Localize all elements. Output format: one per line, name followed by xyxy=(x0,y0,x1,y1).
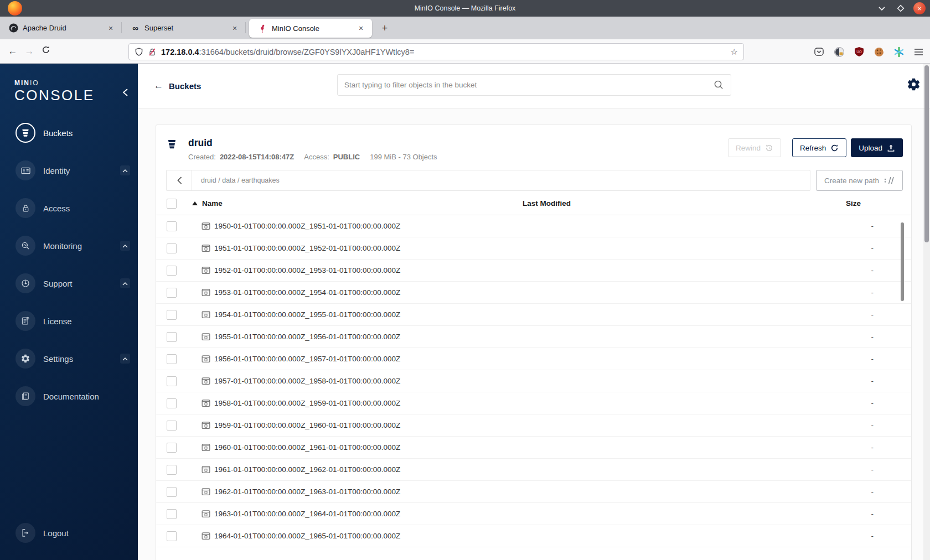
path-back-button[interactable] xyxy=(167,170,192,190)
sidebar-collapse-icon[interactable] xyxy=(122,88,129,97)
insecure-lock-icon[interactable] xyxy=(148,48,157,56)
column-size[interactable]: Size xyxy=(846,199,911,208)
object-name-cell[interactable]: 1950-01-01T00:00:00.000Z_1951-01-01T00:0… xyxy=(187,222,523,230)
row-checkbox[interactable] xyxy=(167,332,177,342)
object-name-cell[interactable]: 1955-01-01T00:00:00.000Z_1956-01-01T00:0… xyxy=(187,333,523,341)
row-checkbox[interactable] xyxy=(167,243,177,253)
upload-button[interactable]: Upload xyxy=(851,138,903,157)
object-name-cell[interactable]: 1962-01-01T00:00:00.000Z_1963-01-01T00:0… xyxy=(187,488,523,496)
chevron-up-icon[interactable] xyxy=(120,354,130,364)
row-checkbox[interactable] xyxy=(167,465,177,475)
forward-nav-icon[interactable]: → xyxy=(21,46,38,57)
reload-icon[interactable] xyxy=(38,45,54,57)
sidebar-item-support[interactable]: Support xyxy=(0,266,138,301)
pocket-icon[interactable] xyxy=(813,46,825,58)
table-row[interactable]: 1962-01-01T00:00:00.000Z_1963-01-01T00:0… xyxy=(156,481,911,503)
row-checkbox[interactable] xyxy=(167,509,177,519)
row-checkbox[interactable] xyxy=(167,310,177,320)
row-checkbox[interactable] xyxy=(167,266,177,276)
back-nav-icon[interactable]: ← xyxy=(4,46,21,57)
table-row[interactable]: 1959-01-01T00:00:00.000Z_1960-01-01T00:0… xyxy=(156,414,911,437)
sidebar-item-documentation[interactable]: Documentation xyxy=(0,378,138,414)
object-name-cell[interactable]: 1956-01-01T00:00:00.000Z_1957-01-01T00:0… xyxy=(187,355,523,363)
license-icon xyxy=(16,311,35,331)
tab-close-icon[interactable]: × xyxy=(105,23,116,34)
column-name[interactable]: Name xyxy=(187,199,523,208)
tab-apache-druid[interactable]: Apache Druid × xyxy=(0,17,122,39)
object-name-cell[interactable]: 1954-01-01T00:00:00.000Z_1955-01-01T00:0… xyxy=(187,310,523,319)
breadcrumb[interactable]: druid / data / earthquakes xyxy=(192,177,280,184)
row-checkbox[interactable] xyxy=(167,376,177,386)
chevron-up-icon[interactable] xyxy=(120,241,130,251)
table-row[interactable]: 1961-01-01T00:00:00.000Z_1962-01-01T00:0… xyxy=(156,459,911,481)
menu-hamburger-icon[interactable] xyxy=(913,46,924,58)
table-row[interactable]: 1954-01-01T00:00:00.000Z_1955-01-01T00:0… xyxy=(156,304,911,326)
back-to-buckets[interactable]: ← Buckets xyxy=(154,80,201,91)
sidebar-item-license[interactable]: License xyxy=(0,303,138,339)
asterisk-extension-icon[interactable] xyxy=(893,46,905,58)
row-checkbox[interactable] xyxy=(167,443,177,453)
select-all-checkbox[interactable] xyxy=(167,199,177,209)
page-scrollbar-thumb[interactable] xyxy=(924,65,929,242)
table-row[interactable]: 1950-01-01T00:00:00.000Z_1951-01-01T00:0… xyxy=(156,215,911,237)
chevron-up-icon[interactable] xyxy=(120,278,130,288)
table-row[interactable]: 1960-01-01T00:00:00.000Z_1961-01-01T00:0… xyxy=(156,437,911,459)
table-row[interactable]: 1957-01-01T00:00:00.000Z_1958-01-01T00:0… xyxy=(156,370,911,392)
page-scrollbar[interactable] xyxy=(923,64,930,560)
filter-objects-search[interactable] xyxy=(337,74,731,96)
object-name-cell[interactable]: 1963-01-01T00:00:00.000Z_1964-01-01T00:0… xyxy=(187,510,523,518)
table-row[interactable]: 1952-01-01T00:00:00.000Z_1953-01-01T00:0… xyxy=(156,260,911,282)
table-scrollbar-thumb[interactable] xyxy=(901,222,904,301)
sidebar-item-buckets[interactable]: Buckets xyxy=(0,115,138,151)
row-checkbox[interactable] xyxy=(167,531,177,541)
row-checkbox[interactable] xyxy=(167,487,177,497)
minimize-button[interactable] xyxy=(876,2,888,14)
tab-minio-console[interactable]: MinIO Console × xyxy=(249,19,372,38)
refresh-button[interactable]: Refresh xyxy=(792,138,846,157)
object-name-cell[interactable]: 1952-01-01T00:00:00.000Z_1953-01-01T00:0… xyxy=(187,266,523,274)
row-checkbox[interactable] xyxy=(167,421,177,431)
table-row[interactable]: 1951-01-01T00:00:00.000Z_1952-01-01T00:0… xyxy=(156,237,911,260)
object-name-cell[interactable]: 1957-01-01T00:00:00.000Z_1958-01-01T00:0… xyxy=(187,377,523,385)
extension-lock-icon[interactable] xyxy=(833,46,845,58)
tab-close-icon[interactable]: × xyxy=(229,23,240,34)
object-name-cell[interactable]: 1964-01-01T00:00:00.000Z_1965-01-01T00:0… xyxy=(187,532,523,540)
row-checkbox[interactable] xyxy=(167,398,177,408)
rewind-button[interactable]: Rewind xyxy=(728,138,781,157)
new-tab-button[interactable]: + xyxy=(376,20,393,37)
table-row[interactable]: 1953-01-01T00:00:00.000Z_1954-01-01T00:0… xyxy=(156,282,911,304)
ublock-icon[interactable]: UO xyxy=(853,46,865,58)
row-checkbox[interactable] xyxy=(167,354,177,364)
object-name-cell[interactable]: 1961-01-01T00:00:00.000Z_1962-01-01T00:0… xyxy=(187,465,523,474)
sidebar-item-access[interactable]: Access xyxy=(0,190,138,226)
sidebar-item-settings[interactable]: Settings xyxy=(0,341,138,376)
chevron-up-icon[interactable] xyxy=(120,165,130,175)
cookie-icon[interactable] xyxy=(873,46,885,58)
console-settings-gear-icon[interactable] xyxy=(906,77,921,92)
url-bar[interactable]: 172.18.0.4:31664/buckets/druid/browse/ZG… xyxy=(128,43,744,60)
table-row[interactable]: 1958-01-01T00:00:00.000Z_1959-01-01T00:0… xyxy=(156,392,911,414)
table-row[interactable]: 1955-01-01T00:00:00.000Z_1956-01-01T00:0… xyxy=(156,326,911,348)
create-new-path-button[interactable]: Create new path xyxy=(816,170,903,191)
table-row[interactable]: 1956-01-01T00:00:00.000Z_1957-01-01T00:0… xyxy=(156,348,911,370)
table-row[interactable]: 1964-01-01T00:00:00.000Z_1965-01-01T00:0… xyxy=(156,525,911,547)
row-checkbox[interactable] xyxy=(167,288,177,298)
object-name-cell[interactable]: 1960-01-01T00:00:00.000Z_1961-01-01T00:0… xyxy=(187,443,523,452)
object-name-cell[interactable]: 1958-01-01T00:00:00.000Z_1959-01-01T00:0… xyxy=(187,399,523,407)
column-last-modified[interactable]: Last Modified xyxy=(523,199,846,208)
tab-close-icon[interactable]: × xyxy=(355,23,366,34)
shield-icon[interactable] xyxy=(135,48,143,56)
maximize-button[interactable] xyxy=(895,2,907,14)
object-name-cell[interactable]: 1953-01-01T00:00:00.000Z_1954-01-01T00:0… xyxy=(187,288,523,297)
bookmark-star-icon[interactable]: ☆ xyxy=(731,47,738,57)
object-name-cell[interactable]: 1959-01-01T00:00:00.000Z_1960-01-01T00:0… xyxy=(187,421,523,429)
sidebar-item-identity[interactable]: Identity xyxy=(0,153,138,188)
row-checkbox[interactable] xyxy=(167,221,177,231)
search-input[interactable] xyxy=(344,81,714,89)
sidebar-item-logout[interactable]: Logout xyxy=(0,515,138,551)
table-row[interactable]: 1963-01-01T00:00:00.000Z_1964-01-01T00:0… xyxy=(156,503,911,525)
close-button[interactable]: × xyxy=(913,2,926,14)
sidebar-item-monitoring[interactable]: Monitoring xyxy=(0,228,138,263)
tab-superset[interactable]: ∞ Superset × xyxy=(122,17,246,39)
object-name-cell[interactable]: 1951-01-01T00:00:00.000Z_1952-01-01T00:0… xyxy=(187,244,523,252)
